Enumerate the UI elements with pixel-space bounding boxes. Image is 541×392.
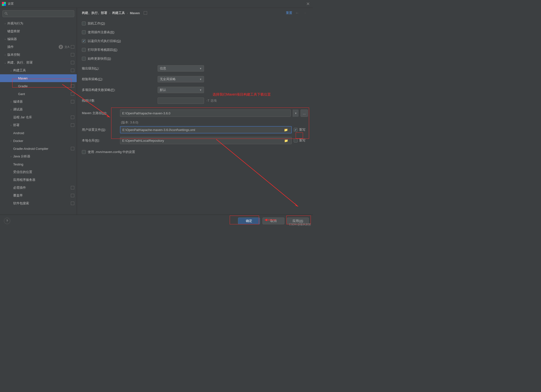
sidebar-item-compiler[interactable]: ›编译器	[0, 98, 77, 106]
sidebar-item-buildtools[interactable]: ⌄构建工具	[0, 66, 77, 74]
sidebar-item-appserver[interactable]: 应用程序服务器	[0, 176, 77, 184]
repo-overwrite-checkbox[interactable]	[294, 139, 298, 142]
sidebar-item-remotejar[interactable]: 远程 Jar 仓库	[0, 113, 77, 121]
recursive-checkbox[interactable]	[82, 39, 86, 43]
sidebar-item-trusted[interactable]: 受信任的位置	[0, 168, 77, 176]
user-overwrite-label: 重写	[299, 128, 305, 132]
snapshot-label: 始终更新快照(S)	[88, 56, 111, 61]
sidebar-item-label: 构建工具	[13, 68, 71, 73]
titlebar: 设置 ✕	[0, 0, 313, 8]
project-indicator-icon	[71, 92, 74, 96]
sidebar-item-label: 覆盖率	[13, 193, 71, 198]
project-indicator-icon	[71, 84, 74, 88]
checksum-label: 校验和策略(C):	[82, 77, 155, 81]
app-icon	[2, 2, 6, 6]
sidebar-item-label: 部署	[13, 123, 71, 127]
help-button[interactable]: ?	[4, 218, 10, 224]
sidebar-item-label: Maven	[18, 76, 71, 80]
sidebar-item-keymap[interactable]: 键盘映射	[0, 27, 77, 35]
project-indicator-icon	[71, 186, 74, 189]
folder-icon[interactable]: 📁	[283, 139, 290, 142]
sidebar-item-gradle[interactable]: Gradle	[0, 82, 77, 90]
sidebar-item-label: 键盘映射	[7, 29, 74, 33]
sidebar-item-label: 编辑器	[7, 37, 74, 41]
sidebar-item-label: Docker	[13, 139, 74, 143]
sidebar-item-label: 外观与行为	[7, 21, 74, 26]
cancel-button[interactable]: 取消	[262, 218, 284, 224]
badge-icon: 2	[59, 45, 63, 49]
home-dropdown-icon[interactable]: ▼	[293, 109, 299, 117]
sidebar-item-debugger[interactable]: ›调试器	[0, 106, 77, 113]
output-level-select[interactable]: 信息▼	[158, 65, 204, 72]
home-browse-button[interactable]: …	[301, 109, 308, 117]
svg-point-3	[5, 12, 7, 14]
breadcrumb-part[interactable]: Maven	[130, 11, 140, 15]
threads-input[interactable]	[158, 98, 204, 104]
nav-tree: ›外观与行为 键盘映射 ›编辑器 插件2文A ›版本控制 ⌄构建、执行、部署 ⌄…	[0, 20, 77, 215]
sidebar-item-vcs[interactable]: ›版本控制	[0, 51, 77, 59]
close-icon[interactable]: ✕	[305, 1, 311, 7]
checksum-select[interactable]: 无全局策略▼	[158, 76, 204, 82]
ok-button[interactable]: 确定	[238, 218, 260, 224]
sidebar-item-deploy[interactable]: ›部署	[0, 121, 77, 129]
sidebar-item-coverage[interactable]: 覆盖率	[0, 192, 77, 199]
project-indicator-icon	[71, 202, 74, 205]
sidebar-item-testing[interactable]: Testing	[0, 160, 77, 168]
sidebar-item-reqplugins[interactable]: 必需插件	[0, 184, 77, 192]
sidebar-item-label: 远程 Jar 仓库	[13, 115, 71, 120]
sidebar-item-label: Gant	[18, 92, 71, 96]
sidebar-item-label: 构建、执行、部署	[7, 60, 71, 65]
threads-label: 线程计数	[82, 98, 155, 103]
breadcrumb-part[interactable]: 构建、执行、部署	[82, 11, 107, 15]
chevron-down-icon: ▼	[199, 78, 202, 81]
sidebar-item-maven[interactable]: ›Maven	[0, 74, 77, 82]
search-input[interactable]	[2, 10, 74, 17]
chevron-down-icon: ▼	[199, 89, 202, 91]
project-indicator-icon	[144, 11, 147, 15]
sidebar-item-gant[interactable]: Gant	[0, 90, 77, 98]
sidebar-item-editor[interactable]: ›编辑器	[0, 35, 77, 43]
useconfig-label: 使用 .mvn/maven.config 中的设置	[88, 150, 135, 154]
repo-overwrite-label: 重写	[299, 138, 305, 143]
user-overwrite-checkbox[interactable]	[294, 128, 298, 132]
sidebar-item-javaprofiler[interactable]: ›Java 分析器	[0, 152, 77, 160]
project-indicator-icon	[71, 69, 74, 72]
project-indicator-icon	[71, 76, 74, 80]
back-icon[interactable]: ←	[294, 11, 300, 15]
sidebar-item-android[interactable]: Android	[0, 129, 77, 137]
project-indicator-icon	[71, 100, 74, 103]
repo-label: 本地仓库(R):	[82, 138, 118, 143]
snapshot-checkbox[interactable]	[82, 57, 86, 61]
repo-input[interactable]: E:\OpenPath\LocalRepository 📁	[120, 137, 292, 144]
user-settings-label: 用户设置文件(S):	[82, 128, 118, 132]
sidebar-item-label: 调试器	[13, 107, 74, 112]
stacktrace-checkbox[interactable]	[82, 48, 86, 52]
registry-label: 使用插件注册表(R)	[88, 30, 114, 34]
sidebar-item-gradleandroid[interactable]: Gradle-Android Compiler	[0, 145, 77, 152]
content-pane: 构建、执行、部署 › 构建工具 › Maven 重置 ← → 脱机工作(O) 使…	[77, 8, 313, 215]
sidebar-item-plugins[interactable]: 插件2文A	[0, 43, 77, 51]
version-text: (版本: 3.6.0)	[121, 120, 138, 125]
reset-link[interactable]: 重置	[286, 11, 292, 15]
search-icon	[4, 12, 8, 16]
sidebar-item-pkgsearch[interactable]: 软件包搜索	[0, 199, 77, 207]
sidebar-item-label: 编译器	[13, 99, 71, 104]
project-indicator-icon	[71, 147, 74, 150]
multi-label: 多项目构建失败策略(F):	[82, 88, 155, 92]
sidebar-item-docker[interactable]: ›Docker	[0, 137, 77, 145]
home-path-input[interactable]: E:\OpenPath\apache-maven-3.6.0	[120, 109, 291, 117]
useconfig-checkbox[interactable]	[82, 150, 86, 154]
sidebar-item-build[interactable]: ⌄构建、执行、部署	[0, 59, 77, 66]
sidebar-item-label: Testing	[13, 163, 74, 166]
multi-select[interactable]: 默认▼	[158, 87, 204, 93]
sidebar-item-label: 插件	[7, 45, 59, 49]
sidebar-item-appearance[interactable]: ›外观与行为	[0, 20, 77, 27]
chevron-down-icon: ▼	[199, 67, 202, 70]
offline-checkbox[interactable]	[82, 22, 86, 25]
breadcrumb-part[interactable]: 构建工具	[112, 11, 125, 15]
folder-icon[interactable]: 📁	[282, 128, 289, 132]
user-settings-input[interactable]: E:\OpenPath\apache-maven-3.6.0\conf\sett…	[120, 126, 292, 133]
svg-rect-2	[4, 4, 6, 6]
project-indicator-icon	[71, 194, 74, 197]
registry-checkbox[interactable]	[82, 30, 86, 34]
